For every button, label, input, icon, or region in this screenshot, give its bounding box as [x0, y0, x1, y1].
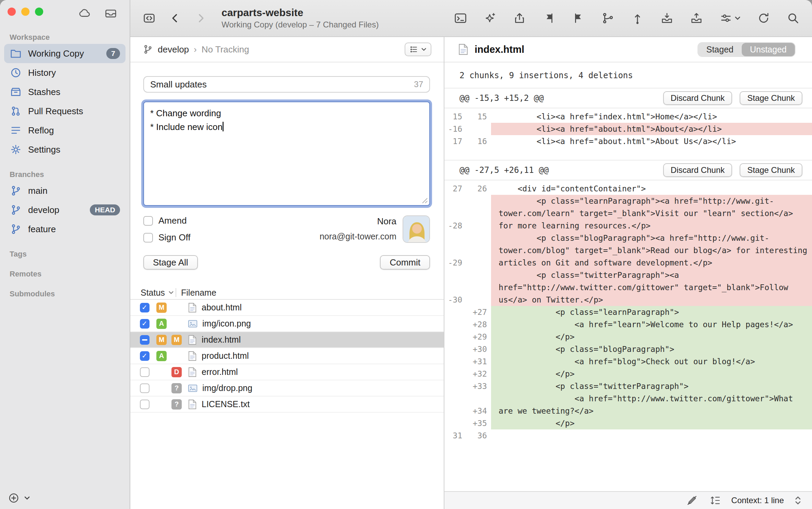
signoff-checkbox[interactable]	[143, 233, 153, 242]
diff-line-added[interactable]: +32 </p>	[444, 368, 812, 380]
status-column-header[interactable]: Status	[141, 288, 165, 298]
diff-line[interactable]: 1515 <li><a href="index.html">Home</a></…	[444, 110, 812, 123]
terminal-icon[interactable]	[453, 10, 468, 26]
resize-handle[interactable]	[422, 198, 428, 204]
old-line-number: 17	[444, 135, 466, 147]
file-row-error[interactable]: D error.html	[130, 364, 444, 380]
commit-panel: develop › No Tracking Small updates 37 *…	[130, 37, 444, 509]
pencil-slash-icon[interactable]	[685, 493, 699, 508]
push-flag-icon[interactable]	[571, 10, 586, 26]
status-badge-modified: M	[171, 335, 182, 345]
minimize-button[interactable]	[21, 8, 29, 16]
sidebar-item-reflog[interactable]: Reflog	[4, 121, 126, 140]
old-line-number	[444, 392, 466, 417]
diff-line-deleted[interactable]: -29 <p class="blogParagraph"><a href="ht…	[444, 232, 812, 269]
file-row-license[interactable]: ? LICENSE.txt	[130, 396, 444, 413]
quick-actions-icon[interactable]	[482, 10, 498, 26]
discard-chunk-button[interactable]: Discard Chunk	[663, 163, 732, 177]
diff-line[interactable]: 1716 <li><a href="about.html">About Us</…	[444, 135, 812, 147]
line-spacing-icon[interactable]	[708, 493, 723, 508]
sliders-menu-icon[interactable]	[718, 10, 742, 26]
forward-button[interactable]	[193, 11, 208, 25]
segment-staged[interactable]: Staged	[698, 43, 742, 56]
old-line-number: -16	[444, 123, 466, 135]
diff-line-added[interactable]: +28 <a href="learn">Welcome to our Help …	[444, 318, 812, 331]
old-line-number	[444, 343, 466, 355]
stage-chunk-button[interactable]: Stage Chunk	[740, 91, 802, 105]
stage-checkbox-mixed[interactable]	[140, 335, 150, 345]
commit-message-textarea[interactable]: * Change wording * Include new icon	[143, 102, 430, 206]
zoom-button[interactable]	[35, 8, 43, 16]
new-line-number: 26	[466, 182, 491, 195]
merge-icon[interactable]	[600, 10, 616, 26]
reflog-list-icon	[10, 125, 22, 136]
chunk-header-1: @@ -15,3 +15,2 @@ Discard Chunk Stage Ch…	[444, 88, 812, 108]
file-row-about[interactable]: M about.html	[130, 300, 444, 316]
stage-checkbox[interactable]	[140, 351, 150, 361]
tracking-status[interactable]: No Tracking	[202, 44, 249, 55]
amend-checkbox[interactable]	[143, 216, 153, 226]
commit-button[interactable]: Commit	[380, 255, 430, 270]
tray-icon[interactable]	[103, 5, 119, 21]
sidebar-item-pull-requests[interactable]: Pull Requests	[4, 102, 126, 121]
doc-icon	[188, 399, 197, 410]
sort-chevron-icon[interactable]	[168, 290, 174, 295]
diff-line-added[interactable]: +27 <p class="learnParagraph">	[444, 306, 812, 318]
sidebar-item-settings[interactable]: Settings	[4, 140, 126, 159]
diff-line-deleted[interactable]: -16 <li><a href="about.html">About</a></…	[444, 123, 812, 135]
cloud-icon[interactable]	[77, 5, 93, 21]
sidebar-item-stashes[interactable]: Stashes	[4, 82, 126, 102]
segment-unstaged[interactable]: Unstaged	[742, 43, 795, 56]
search-icon[interactable]	[785, 10, 801, 26]
diff-line-added[interactable]: +30 <p class="blogParagraph">	[444, 343, 812, 355]
sidebar-item-history[interactable]: History	[4, 63, 126, 82]
chevron-down-icon[interactable]	[23, 494, 32, 502]
new-line-number: +35	[466, 417, 491, 429]
stage-checkbox[interactable]	[140, 319, 150, 329]
folder-icon	[10, 48, 22, 59]
add-repository-button[interactable]	[7, 491, 21, 505]
panel-toggle-icon[interactable]	[141, 10, 157, 26]
stage-checkbox[interactable]	[140, 303, 150, 312]
stage-chunk-button[interactable]: Stage Chunk	[740, 163, 802, 177]
diff-line-added[interactable]: +34 <a href="http://www.twitter.com/gitt…	[444, 392, 812, 417]
current-branch-label[interactable]: develop	[158, 44, 189, 55]
list-view-button[interactable]	[405, 43, 431, 56]
author-block[interactable]: Nora nora@git-tower.com	[320, 215, 430, 243]
diff-line-added[interactable]: +35 </p>	[444, 417, 812, 429]
stage-checkbox[interactable]	[140, 383, 150, 393]
file-row-product[interactable]: A product.html	[130, 348, 444, 364]
refresh-icon[interactable]	[756, 10, 772, 26]
diff-line-added[interactable]: +29 </p>	[444, 331, 812, 343]
pull-flag-icon[interactable]	[541, 10, 557, 26]
discard-chunk-button[interactable]: Discard Chunk	[663, 91, 732, 105]
stage-checkbox[interactable]	[140, 367, 150, 377]
sidebar-branch-develop[interactable]: develop HEAD	[4, 200, 126, 220]
status-badge-deleted: D	[171, 367, 182, 377]
diff-line-deleted[interactable]: -28 <p class="learnParagraph"><a href="h…	[444, 195, 812, 232]
diff-line-deleted[interactable]: -30 <p class="twitterParagraph"><a href=…	[444, 269, 812, 306]
commit-arrow-icon[interactable]	[630, 10, 645, 26]
stage-checkbox[interactable]	[140, 400, 150, 409]
file-name: img/drop.png	[202, 383, 252, 393]
stash-icon[interactable]	[659, 10, 675, 26]
diff-file-title: index.html	[475, 44, 524, 55]
file-row-index-selected[interactable]: M M index.html	[130, 332, 444, 348]
filename-column-header[interactable]: Filename	[181, 288, 216, 298]
file-row-icon-png[interactable]: A img/icon.png	[130, 316, 444, 332]
stash-pop-icon[interactable]	[689, 10, 704, 26]
diff-line[interactable]: 2726 <div id="contentContainer">	[444, 182, 812, 195]
sidebar-branch-main[interactable]: main	[4, 181, 126, 200]
file-row-drop-png[interactable]: ? img/drop.png	[130, 380, 444, 396]
back-button[interactable]	[168, 11, 182, 25]
context-stepper[interactable]	[793, 494, 803, 507]
commit-subject-input[interactable]: Small updates 37	[143, 76, 430, 93]
close-button[interactable]	[8, 8, 16, 16]
stage-all-button[interactable]: Stage All	[143, 255, 198, 270]
sidebar-branch-feature[interactable]: feature	[4, 220, 126, 239]
diff-line[interactable]: 3136	[444, 429, 812, 442]
diff-line-added[interactable]: +31 <a href="blog">Check out our blog!</…	[444, 355, 812, 368]
sidebar-item-working-copy[interactable]: Working Copy 7	[4, 44, 126, 63]
share-icon[interactable]	[512, 10, 527, 26]
diff-line-added[interactable]: +33 <p class="twitterParagraph">	[444, 380, 812, 392]
